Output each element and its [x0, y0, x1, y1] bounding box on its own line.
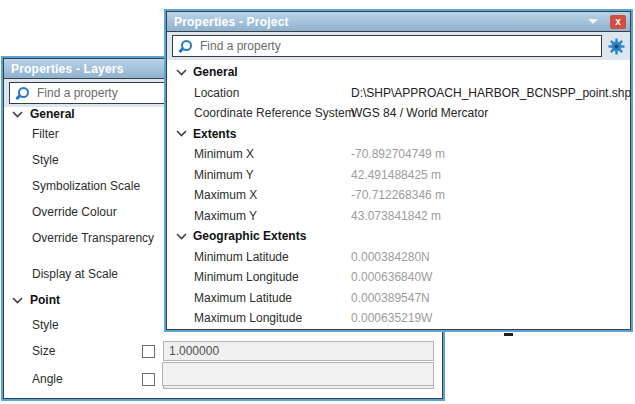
property-label: Maximum X	[194, 188, 351, 202]
property-value: 0.000636840W	[351, 270, 630, 284]
screen-artifact	[504, 333, 513, 336]
project-panel-titlebar[interactable]: Properties - Project x	[167, 12, 630, 32]
angle-expression-checkbox[interactable]	[142, 373, 155, 386]
chevron-down-icon	[12, 297, 23, 304]
property-row-maximum-x: Maximum X -70.712268346 m	[167, 185, 630, 206]
project-properties-panel: Properties - Project x	[166, 11, 631, 330]
window-menu-chevron-icon[interactable]	[588, 19, 598, 24]
item-label: Angle	[32, 372, 142, 386]
search-icon	[16, 87, 29, 100]
item-label: Display at Scale	[32, 267, 118, 281]
section-header-general[interactable]: General	[167, 62, 630, 83]
property-row-location: Location D:\SHP\APPROACH_HARBOR_BCNSPP_p…	[167, 83, 630, 104]
property-row-maximum-y: Maximum Y 43.073841842 m	[167, 206, 630, 227]
property-row-maximum-latitude: Maximum Latitude 0.000389547N	[167, 288, 630, 309]
section-header-label: General	[30, 107, 75, 121]
property-label: Maximum Longitude	[194, 311, 351, 325]
chevron-down-icon	[176, 130, 187, 137]
property-value: 0.000635219W	[351, 311, 630, 325]
property-value: WGS 84 / World Mercator	[351, 106, 630, 120]
section-header-label: Extents	[193, 127, 236, 141]
property-label: Minimum Longitude	[194, 270, 351, 284]
project-search-input[interactable]	[200, 39, 595, 53]
size-value-input[interactable]	[163, 341, 434, 361]
item-label: Filter	[32, 127, 59, 141]
property-value: 0.000389547N	[351, 291, 630, 305]
property-value: 0.000384280N	[351, 250, 630, 264]
property-label: Maximum Latitude	[194, 291, 351, 305]
property-label: Minimum Y	[194, 168, 351, 182]
item-label: Style	[32, 318, 59, 332]
property-value: 43.073841842 m	[351, 209, 630, 223]
project-panel-content: General Location D:\SHP\APPROACH_HARBOR_…	[167, 60, 630, 329]
desktop: Properties - Layers	[0, 0, 635, 404]
section-header-extents[interactable]: Extents	[167, 124, 630, 145]
close-button[interactable]: x	[610, 15, 626, 29]
item-label: Override Colour	[32, 205, 117, 219]
point-style-input-partial[interactable]	[162, 362, 434, 386]
property-label: Minimum X	[194, 147, 351, 161]
size-expression-checkbox[interactable]	[142, 345, 155, 358]
property-label: Minimum Latitude	[194, 250, 351, 264]
property-value: 42.491488425 m	[351, 168, 630, 182]
section-header-geographic-extents[interactable]: Geographic Extents	[167, 226, 630, 247]
property-label: Coordinate Reference System	[194, 106, 351, 120]
layers-row-size: Size	[4, 337, 442, 365]
property-row-minimum-latitude: Minimum Latitude 0.000384280N	[167, 247, 630, 268]
property-value: D:\SHP\APPROACH_HARBOR_BCNSPP_point.shp	[351, 86, 631, 100]
item-label: Size	[32, 344, 142, 358]
section-header-label: General	[193, 65, 238, 79]
chevron-down-icon	[12, 111, 23, 118]
property-label: Maximum Y	[194, 209, 351, 223]
section-header-label: Point	[30, 293, 60, 307]
project-search-box[interactable]	[172, 35, 602, 57]
section-header-label: Geographic Extents	[193, 229, 306, 243]
property-row-crs: Coordinate Reference System WGS 84 / Wor…	[167, 103, 630, 124]
item-label: Symbolization Scale	[32, 179, 140, 193]
project-panel-title: Properties - Project	[174, 15, 582, 29]
property-row-minimum-longitude: Minimum Longitude 0.000636840W	[167, 267, 630, 288]
property-value: -70.712268346 m	[351, 188, 630, 202]
property-row-minimum-y: Minimum Y 42.491488425 m	[167, 165, 630, 186]
property-label: Location	[194, 86, 351, 100]
item-label: Style	[32, 153, 59, 167]
search-icon	[179, 40, 192, 53]
chevron-down-icon	[176, 233, 187, 240]
project-search-row	[167, 32, 630, 60]
item-label: Override Transparency	[32, 231, 154, 245]
settings-gear-icon[interactable]	[608, 38, 625, 55]
property-row-maximum-longitude: Maximum Longitude 0.000635219W	[167, 308, 630, 329]
chevron-down-icon	[176, 69, 187, 76]
property-value: -70.892704749 m	[351, 147, 630, 161]
property-row-minimum-x: Minimum X -70.892704749 m	[167, 144, 630, 165]
